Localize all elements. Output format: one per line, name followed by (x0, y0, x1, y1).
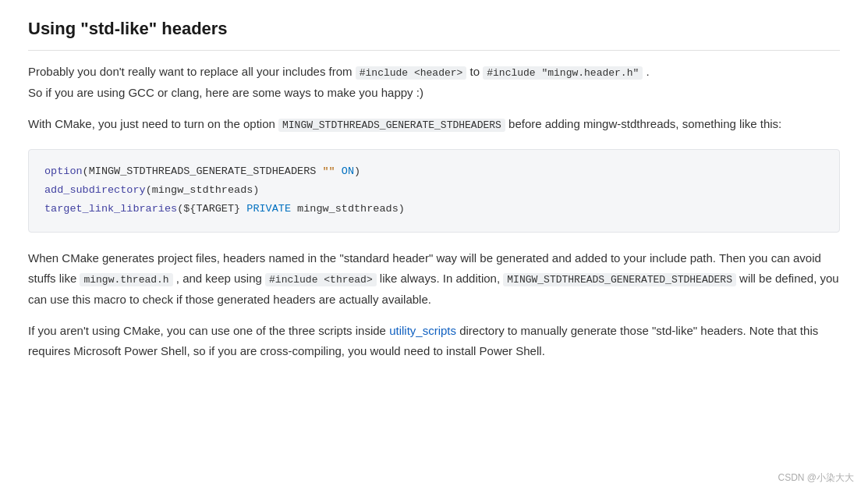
code-line-1: option(MINGW_STDTHREADS_GENERATE_STDHEAD… (44, 162, 824, 181)
code-block: option(MINGW_STDTHREADS_GENERATE_STDHEAD… (28, 149, 840, 233)
code-fn-option: option (44, 165, 83, 177)
code-arg-mingw: mingw_stdthreads (297, 203, 399, 215)
p1-text-pre: Probably you don't really want to replac… (28, 65, 356, 78)
p3-code1: mingw.thread.h (80, 273, 172, 286)
code-arg-stdheaders: MINGW_STDTHREADS_GENERATE_STDHEADERS (89, 165, 317, 177)
p3-code2: #include <thread> (265, 273, 377, 286)
page-title: Using "std-like" headers (28, 19, 840, 51)
p1-text-post: . (643, 65, 649, 78)
code-line-3: target_link_libraries(${TARGET} PRIVATE … (44, 200, 824, 219)
code-fn-add-subdir: add_subdirectory (44, 184, 146, 196)
p3-code3: MINGW_STDTHREADS_GENERATED_STDHEADERS (503, 273, 736, 286)
watermark: CSDN @小染大大 (778, 471, 854, 485)
p2-text-post: before adding mingw-stdthreads, somethin… (505, 117, 781, 130)
paragraph-4: If you aren't using CMake, you can use o… (28, 321, 840, 362)
p2-text-pre: With CMake, you just need to turn on the… (28, 117, 278, 130)
p1-text-mid: to (466, 65, 483, 78)
code-fn-target-link: target_link_libraries (44, 203, 177, 215)
code-kw-on: ON (342, 165, 354, 177)
p4-text-pre: If you aren't using CMake, you can use o… (28, 324, 389, 337)
p1-code1: #include <header> (356, 66, 467, 80)
code-kw-private: PRIVATE (246, 203, 291, 215)
p3-text-mid: , and keep using (173, 272, 265, 285)
p3-text-post: like always. In addition, (377, 272, 504, 285)
p1-code2: #include "mingw.header.h" (483, 66, 643, 80)
p1-line2: So if you are using GCC or clang, here a… (28, 86, 423, 99)
code-line-2: add_subdirectory(mingw_stdthreads) (44, 181, 824, 200)
paragraph-3: When CMake generates project files, head… (28, 248, 840, 310)
paragraph-2: With CMake, you just need to turn on the… (28, 114, 840, 135)
p2-code: MINGW_STDTHREADS_GENERATE_STDHEADERS (278, 119, 505, 132)
code-str-empty: "" (322, 165, 335, 177)
utility-scripts-link[interactable]: utility_scripts (389, 324, 456, 337)
code-arg-target: ${TARGET} (183, 203, 240, 215)
code-arg-subdir: mingw_stdthreads (152, 184, 253, 196)
paragraph-1: Probably you don't really want to replac… (28, 62, 840, 103)
